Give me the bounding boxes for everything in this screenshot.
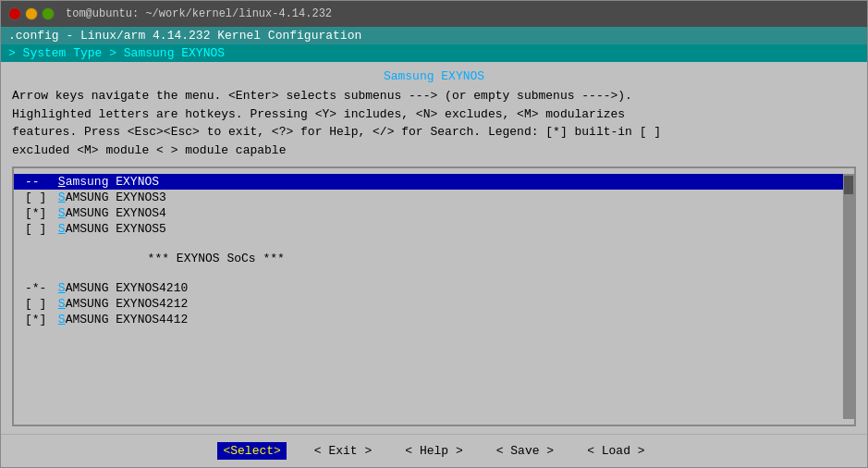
window-controls xyxy=(8,7,55,20)
list-item[interactable]: [*] SAMSUNG EXYNOS4 xyxy=(14,205,843,221)
section-title: Samsung EXYNOS xyxy=(12,69,856,83)
help-line2: Highlighted letters are hotkeys. Pressin… xyxy=(12,105,856,124)
save-button[interactable]: < Save > xyxy=(491,442,559,460)
bottom-bar: <Select> < Exit > < Help > < Save > < Lo… xyxy=(1,434,867,467)
window-title: tom@ubuntu: ~/work/kernel/linux-4.14.232 xyxy=(66,7,332,20)
help-line1: Arrow keys navigate the menu. <Enter> se… xyxy=(12,87,856,105)
help-line3: features. Press <Esc><Esc> to exit, <?> … xyxy=(12,123,856,142)
menubar: .config - Linux/arm 4.14.232 Kernel Conf… xyxy=(1,27,867,44)
select-button[interactable]: <Select> xyxy=(217,442,286,460)
menu-items-list: -- Samsung EXYNOS [ ] SAMSUNG EXYNOS3 [*… xyxy=(14,174,843,419)
header-label: Samsung EXYNOS xyxy=(51,175,159,189)
help-text: Arrow keys navigate the menu. <Enter> se… xyxy=(12,87,856,159)
menu-box: -- Samsung EXYNOS [ ] SAMSUNG EXYNOS3 [*… xyxy=(12,166,856,426)
breadcrumb: > System Type > Samsung EXYNOS xyxy=(1,44,867,62)
breadcrumb-text: > System Type > Samsung EXYNOS xyxy=(8,46,225,60)
help-line4: excluded <M> module < > module capable xyxy=(12,142,856,160)
terminal-window: tom@ubuntu: ~/work/kernel/linux-4.14.232… xyxy=(0,0,868,468)
list-item[interactable]: [ ] SAMSUNG EXYNOS3 xyxy=(14,190,843,205)
load-button[interactable]: < Load > xyxy=(581,442,650,460)
header-bracket: -- xyxy=(25,175,51,189)
titlebar: tom@ubuntu: ~/work/kernel/linux-4.14.232 xyxy=(1,1,867,27)
list-item[interactable]: [*] SAMSUNG EXYNOS4412 xyxy=(14,312,843,327)
exit-button[interactable]: < Exit > xyxy=(309,442,377,460)
main-content: Samsung EXYNOS Arrow keys navigate the m… xyxy=(1,62,867,434)
menu-separator: *** EXYNOS SoCs *** xyxy=(14,237,843,280)
menubar-text: .config - Linux/arm 4.14.232 Kernel Conf… xyxy=(8,29,361,43)
help-button[interactable]: < Help > xyxy=(399,442,468,460)
minimize-button[interactable] xyxy=(25,7,38,20)
scrollbar-thumb[interactable] xyxy=(844,176,853,194)
menu-box-inner: -- Samsung EXYNOS [ ] SAMSUNG EXYNOS3 [*… xyxy=(14,174,854,419)
list-item[interactable]: [ ] SAMSUNG EXYNOS4212 xyxy=(14,296,843,312)
close-button[interactable] xyxy=(8,7,21,20)
maximize-button[interactable] xyxy=(42,7,55,20)
menu-header[interactable]: -- Samsung EXYNOS xyxy=(14,174,843,190)
list-item[interactable]: [ ] SAMSUNG EXYNOS5 xyxy=(14,221,843,237)
scrollbar[interactable] xyxy=(843,174,854,419)
list-item[interactable]: -*- SAMSUNG EXYNOS4210 xyxy=(14,280,843,296)
